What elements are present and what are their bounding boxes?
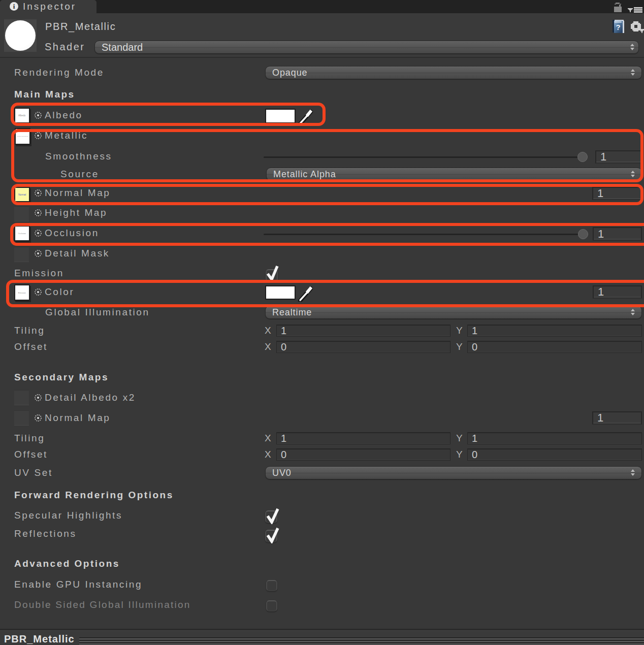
svg-text:?: ? <box>616 23 620 31</box>
